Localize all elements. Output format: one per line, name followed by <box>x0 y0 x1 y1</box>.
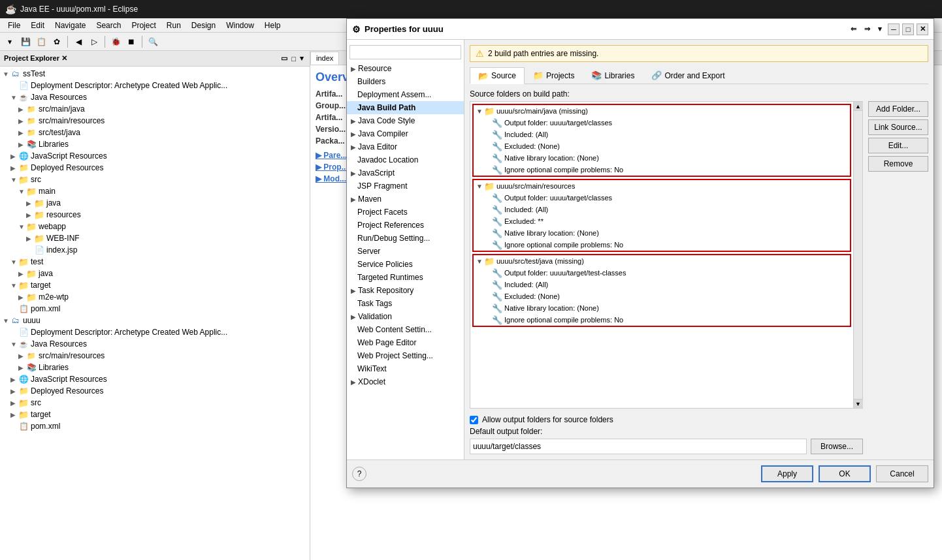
apply-button[interactable]: Apply <box>761 465 813 482</box>
dialog-fwd[interactable]: ⇒ <box>861 23 873 35</box>
help-button[interactable]: ? <box>352 467 366 481</box>
label-output2: Output folder: uuuu/target/classes <box>504 194 612 202</box>
label-included1: Included: (All) <box>504 131 548 138</box>
icon-native3: 🔧 <box>492 303 502 313</box>
nav-item-maven[interactable]: ▶Maven <box>347 193 464 206</box>
label-ignore3: Ignore optional compile problems: No <box>504 316 623 324</box>
nav-item-targeted-runtimes[interactable]: Targeted Runtimes <box>347 271 464 284</box>
nav-item-validation[interactable]: ▶Validation <box>347 310 464 323</box>
src-item-excluded2[interactable]: 🔧 Excluded: ** <box>474 215 850 227</box>
nav-item-run-debug[interactable]: Run/Debug Setting... <box>347 232 464 245</box>
icon-native1: 🔧 <box>492 153 502 163</box>
scroll-track[interactable] <box>854 111 862 399</box>
nav-item-server[interactable]: Server <box>347 245 464 258</box>
dialog-title-bar: ⚙ Properties for uuuu ⇐ ⇒ ▾ ─ □ ✕ <box>347 19 934 40</box>
icon-ignore1: 🔧 <box>492 165 502 175</box>
tab-source-label: Source <box>491 71 516 80</box>
nav-item-project-facets[interactable]: Project Facets <box>347 206 464 219</box>
nav-item-project-refs[interactable]: Project References <box>347 219 464 232</box>
label-native2: Native library location: (None) <box>504 229 599 237</box>
nav-item-wikitext[interactable]: WikiText <box>347 362 464 375</box>
nav-item-task-tags[interactable]: Task Tags <box>347 297 464 310</box>
nav-item-resource[interactable]: ▶Resource <box>347 62 464 75</box>
src-item-main-java-root[interactable]: ▼ 📁 uuuu/src/main/java (missing) <box>474 105 850 117</box>
label-src-test-java-root: uuuu/src/test/java (missing) <box>496 257 584 265</box>
src-item-excluded3[interactable]: 🔧 Excluded: (None) <box>474 290 850 302</box>
source-tree: ▼ 📁 uuuu/src/main/java (missing) 🔧 Outpu… <box>470 101 854 409</box>
cancel-button[interactable]: Cancel <box>876 465 928 482</box>
src-item-main-res-root[interactable]: ▼ 📁 uuuu/src/main/resources <box>474 180 850 192</box>
dialog-back[interactable]: ⇐ <box>847 23 860 35</box>
edit-button[interactable]: Edit... <box>868 138 928 153</box>
nav-item-jsp[interactable]: JSP Fragment <box>347 179 464 193</box>
nav-item-builders[interactable]: Builders <box>347 75 464 88</box>
tab-libraries-label: Libraries <box>604 71 634 80</box>
label-src-main-java-root: uuuu/src/main/java (missing) <box>496 107 588 115</box>
src-item-ignore1[interactable]: 🔧 Ignore optional compile problems: No <box>474 164 850 176</box>
nav-search-input[interactable] <box>349 45 461 59</box>
src-item-ignore3[interactable]: 🔧 Ignore optional compile problems: No <box>474 314 850 326</box>
nav-item-task-repo[interactable]: ▶Task Repository <box>347 284 464 297</box>
browse-button[interactable]: Browse... <box>811 439 863 454</box>
tab-order-export[interactable]: 🔗 Order and Export <box>643 67 733 84</box>
tab-projects[interactable]: 📁 Projects <box>525 67 583 84</box>
entry-src-test-java: ▼ 📁 uuuu/src/test/java (missing) 🔧 Outpu… <box>472 254 851 327</box>
nav-item-deploy[interactable]: Deployment Assem... <box>347 88 464 101</box>
dialog-title: Properties for uuuu <box>365 24 847 34</box>
icon-included1: 🔧 <box>492 130 502 140</box>
nav-item-java-build-path[interactable]: Java Build Path <box>347 101 464 114</box>
nav-item-javascript[interactable]: ▶JavaScript <box>347 166 464 179</box>
nav-item-web-page[interactable]: Web Page Editor <box>347 336 464 349</box>
allow-output-checkbox[interactable] <box>470 416 478 424</box>
dialog-close[interactable]: ✕ <box>917 23 928 35</box>
nav-item-web-content[interactable]: Web Content Settin... <box>347 323 464 336</box>
src-item-native3[interactable]: 🔧 Native library location: (None) <box>474 302 850 314</box>
icon-excluded2: 🔧 <box>492 217 502 226</box>
icon-excluded1: 🔧 <box>492 142 502 151</box>
src-item-output2[interactable]: 🔧 Output folder: uuuu/target/classes <box>474 192 850 204</box>
scroll-down[interactable]: ▼ <box>854 399 863 408</box>
default-output-label: Default output folder: <box>470 427 863 436</box>
properties-dialog: ⚙ Properties for uuuu ⇐ ⇒ ▾ ─ □ ✕ <box>346 18 934 488</box>
dialog-down[interactable]: ▾ <box>875 23 885 35</box>
src-item-test-java-root[interactable]: ▼ 📁 uuuu/src/test/java (missing) <box>474 255 850 267</box>
tab-source[interactable]: 📂 Source <box>470 67 525 84</box>
ok-button[interactable]: OK <box>819 465 871 482</box>
tab-libraries-icon: 📚 <box>591 70 602 80</box>
label-included3: Included: (All) <box>504 281 548 288</box>
remove-button[interactable]: Remove <box>868 156 928 172</box>
link-source-button[interactable]: Link Source... <box>868 119 928 135</box>
source-tree-container: ▼ 📁 uuuu/src/main/java (missing) 🔧 Outpu… <box>470 101 863 409</box>
nav-item-xdoclet[interactable]: ▶XDoclet <box>347 375 464 388</box>
icon-output1: 🔧 <box>492 118 502 128</box>
nav-item-web-project[interactable]: Web Project Setting... <box>347 349 464 362</box>
nav-item-service-policies[interactable]: Service Policies <box>347 258 464 271</box>
src-item-included2[interactable]: 🔧 Included: (All) <box>474 204 850 215</box>
src-item-native1[interactable]: 🔧 Native library location: (None) <box>474 152 850 164</box>
src-item-included3[interactable]: 🔧 Included: (All) <box>474 279 850 290</box>
nav-item-java-code[interactable]: ▶Java Code Style <box>347 114 464 127</box>
dialog-maximize[interactable]: □ <box>902 23 914 35</box>
nav-item-javadoc[interactable]: Javadoc Location <box>347 153 464 166</box>
src-item-output3[interactable]: 🔧 Output folder: uuuu/target/test-classe… <box>474 267 850 279</box>
src-item-ignore2[interactable]: 🔧 Ignore optional compile problems: No <box>474 239 850 251</box>
src-item-excluded1[interactable]: 🔧 Excluded: (None) <box>474 140 850 152</box>
output-input-row: Browse... <box>470 439 863 454</box>
nav-item-java-compiler[interactable]: ▶Java Compiler <box>347 127 464 140</box>
scroll-up[interactable]: ▲ <box>854 102 863 111</box>
add-folder-button[interactable]: Add Folder... <box>868 101 928 117</box>
src-item-native2[interactable]: 🔧 Native library location: (None) <box>474 227 850 239</box>
content-left: ▼ 📁 uuuu/src/main/java (missing) 🔧 Outpu… <box>470 101 863 454</box>
warning-icon: ⚠ <box>476 48 484 59</box>
tab-projects-label: Projects <box>546 71 574 80</box>
dialog-nav: ▶Resource Builders Deployment Assem... J… <box>347 40 464 459</box>
entry-src-main-java: ▼ 📁 uuuu/src/main/java (missing) 🔧 Outpu… <box>472 104 851 177</box>
output-folder-input[interactable] <box>470 439 807 454</box>
src-item-included1[interactable]: 🔧 Included: (All) <box>474 129 850 140</box>
src-item-output1[interactable]: 🔧 Output folder: uuuu/target/classes <box>474 117 850 129</box>
eclipse-window: ☕ Java EE - uuuu/pom.xml - Eclipse File … <box>0 0 942 560</box>
tab-order-label: Order and Export <box>664 71 724 80</box>
nav-item-java-editor[interactable]: ▶Java Editor <box>347 140 464 153</box>
dialog-minimize[interactable]: ─ <box>888 23 900 35</box>
tab-libraries[interactable]: 📚 Libraries <box>583 67 643 84</box>
